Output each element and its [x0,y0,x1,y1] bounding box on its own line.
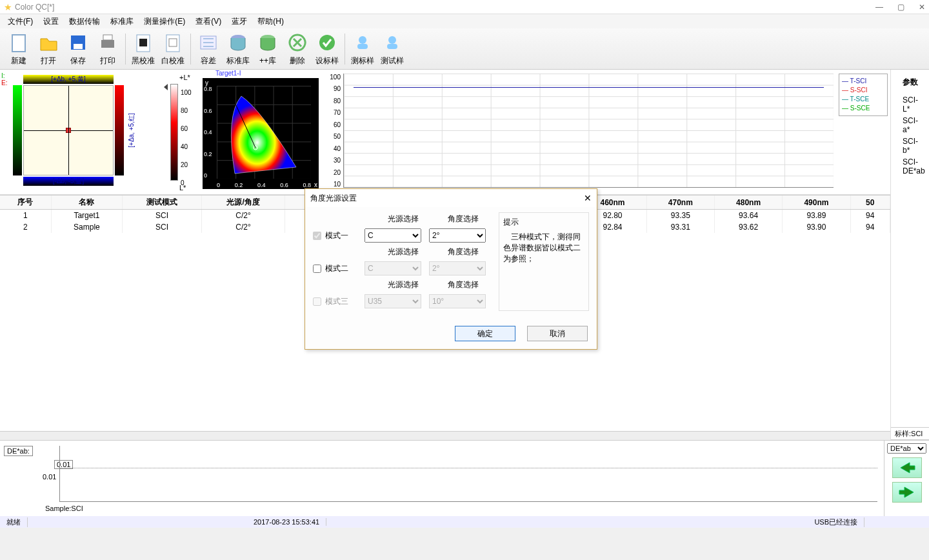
mode1-angle-select[interactable]: 2° [429,228,486,243]
menu-transfer[interactable]: 数据传输 [64,15,105,28]
mode3-checkbox: 模式三 [313,296,361,307]
svg-rect-2 [74,44,83,49]
svg-point-13 [359,36,366,44]
toolbar-新建[interactable]: 新建 [4,31,34,66]
toolbar-icon [381,31,404,54]
close-button[interactable]: ✕ [919,3,925,12]
toolbar-保存[interactable]: 保存 [63,31,93,66]
menu-bar: 文件(F) 设置 数据传输 标准库 测量操作(E) 查看(V) 蓝牙 帮助(H) [0,14,929,28]
cie-chart: Target1-I 00.20.40.60.8 0.80.60.40.20 x … [196,70,325,194]
lstar-bottom-label: L* [179,184,186,192]
mode2-angle-select: 2° [429,261,486,275]
svg-rect-0 [12,35,25,52]
toolbar-icon [256,31,279,54]
angle-illuminant-dialog: 角度光源设置 ✕ 光源选择角度选择模式一C2°光源选择角度选择模式二C2°光源选… [305,188,597,350]
toolbar-icon [351,31,374,54]
prev-sample-button[interactable] [892,457,922,478]
param-row: SCI-DE*ab- [891,156,929,177]
svg-point-12 [319,35,335,50]
toolbar-标准库[interactable]: 标准库 [223,31,253,66]
spectral-chart: 100908070605040302010 — T-SCI — S-SCI — … [325,70,890,194]
mode2-illuminant-select: C [365,261,421,275]
toolbar-icon [66,31,90,54]
deab-axis-label: DE*ab: [4,446,33,456]
toolbar-打开[interactable]: 打开 [34,31,63,66]
deab-metric-select[interactable]: DE*ab [887,443,926,454]
toolbar-设标样[interactable]: 设标样 [312,31,342,66]
svg-rect-14 [357,44,368,49]
svg-point-15 [388,36,396,44]
menu-settings[interactable]: 设置 [38,15,64,28]
lab-bottom-label: [-Δb, -5,蓝] [23,177,114,186]
dialog-close-icon[interactable]: ✕ [584,193,592,203]
svg-rect-4 [103,35,112,40]
param-row: SCI-a*-0.89 [891,115,929,135]
deab-ytick: 0.01 [43,473,56,481]
toolbar-icon [37,31,60,54]
next-sample-button[interactable] [892,482,922,503]
toolbar-icon [96,31,119,54]
toolbar-icon [132,31,155,54]
menu-bluetooth[interactable]: 蓝牙 [226,15,252,28]
cie-xlabel: x [314,181,317,188]
menu-stdlib[interactable]: 标准库 [105,15,139,28]
spectral-legend: — T-SCI — S-SCI — T-SCE — S-SCE [839,74,888,116]
app-icon: ★ [4,2,12,12]
lab-delta-chart: I:E: [+Δb, +5,黄] [-Δa, -5,绿] [+Δa, +5,红]… [0,70,168,194]
lstar-pointer-icon [164,84,168,90]
ie-label: I:E: [1,72,7,86]
dialog-title: 角度光源设置 [310,193,357,204]
toolbar-删除[interactable]: 删除 [283,31,312,66]
menu-view[interactable]: 查看(V) [190,15,226,28]
deab-sample-label: Sample:SCI [45,505,83,512]
mode2-checkbox[interactable]: 模式二 [313,263,361,274]
deab-plot [59,446,877,502]
param-row: SCI-L*97.57 [891,94,929,115]
minimize-button[interactable]: — [875,3,883,12]
status-time: 2017-08-23 15:53:41 [247,518,326,526]
deab-strip: DE*ab: 0.01 0.01 Sample:SCI DE*ab [0,440,929,516]
toolbar-测试样[interactable]: 测试样 [377,31,407,66]
lstar-top-label: +L* [179,74,190,81]
menu-measure[interactable]: 测量操作(E) [139,15,190,28]
maximize-button[interactable]: ▢ [897,3,904,12]
mode1-illuminant-select[interactable]: C [365,228,421,243]
mode1-checkbox: 模式一 [313,230,361,241]
dialog-cancel-button[interactable]: 取消 [527,326,588,341]
toolbar-icon [315,31,339,54]
horizontal-scrollbar[interactable] [0,431,890,440]
lab-top-label: [+Δb, +5,黄] [23,75,114,84]
toolbar-测标样[interactable]: 测标样 [348,31,377,66]
cie-ylabel: y [205,79,208,86]
svg-rect-6 [139,39,147,46]
toolbar-icon [226,31,250,54]
lstar-bar-chart: +L* 100806040200 L* [168,70,196,194]
svg-rect-3 [101,40,114,48]
menu-file[interactable]: 文件(F) [3,15,38,28]
title-bar: ★ Color QC[*] — ▢ ✕ [0,0,929,14]
toolbar-++库[interactable]: ++库 [253,31,283,66]
toolbar-icon [7,31,30,54]
toolbar-打印[interactable]: 打印 [93,31,123,66]
mode3-illuminant-select: U35 [365,294,421,308]
toolbar-容差[interactable]: 容差 [194,31,223,66]
svg-rect-8 [169,39,177,46]
param-row: SCI-b*1.07 [891,135,929,156]
dialog-ok-button[interactable]: 确定 [455,326,515,341]
lab-datapoint [66,128,71,133]
toolbar-白校准[interactable]: 白校准 [158,31,188,66]
toolbar-黑校准[interactable]: 黑校准 [128,31,158,66]
cie-locus-icon [222,90,299,180]
menu-help[interactable]: 帮助(H) [252,15,289,28]
toolbar-icon [161,31,185,54]
status-usb: USB已经连接 [808,517,864,527]
mode3-angle-select: 10° [429,294,486,308]
lab-left-label: [-Δa, -5,绿] [13,85,22,175]
tab-std-sci[interactable]: 标样:SCI [891,428,929,439]
toolbar: 新建打开保存打印黑校准白校准容差标准库++库删除设标样测标样测试样 [0,28,929,70]
status-bar: 就绪 2017-08-23 15:53:41 USB已经连接 [0,516,929,528]
cie-title: Target1-I [196,70,325,77]
toolbar-icon [197,31,220,54]
parameter-panel: 参数标样试样差值容差结果SCI-L*97.57SCI-a*-0.89SCI-b*… [890,70,929,440]
lab-plot-area [23,85,114,175]
